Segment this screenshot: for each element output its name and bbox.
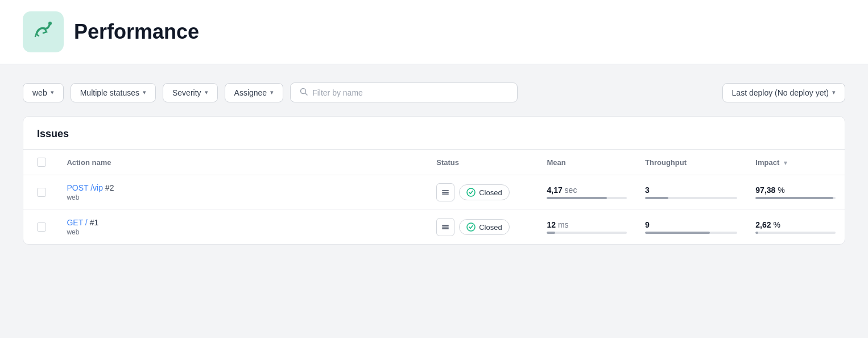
row-status-cell: Closed: [427, 210, 538, 245]
throughput-value: 3: [645, 186, 650, 195]
row-throughput-cell: 9: [636, 210, 746, 245]
status-extra-icon[interactable]: [436, 183, 454, 201]
row-impact-cell: 2,62 %: [746, 210, 845, 245]
row-checkbox-cell: [23, 175, 57, 210]
impact-value: 97,38: [755, 186, 775, 195]
mean-unit: ms: [558, 220, 569, 229]
mean-progress-bar: [547, 232, 627, 234]
action-name-link[interactable]: POST /vip: [67, 183, 103, 192]
app-header: Performance: [0, 0, 868, 64]
header-action-name: Action name: [57, 150, 427, 175]
row-action-name-cell: GET / #1 web: [57, 210, 427, 245]
svg-line-2: [305, 93, 308, 96]
issue-env: web: [67, 193, 418, 201]
mean-value: 12: [547, 220, 556, 229]
table-title: Issues: [37, 128, 831, 140]
severity-filter-chevron-icon: ▾: [205, 89, 208, 96]
filters-row: web ▾ Multiple statuses ▾ Severity ▾ Ass…: [23, 83, 845, 102]
svg-point-10: [467, 223, 475, 231]
action-name-link[interactable]: GET /: [67, 218, 87, 227]
logo-icon: [32, 18, 55, 46]
deploy-filter-chevron-icon: ▾: [832, 89, 836, 96]
impact-value: 2,62: [755, 220, 771, 229]
table-header-section: Issues: [23, 117, 845, 150]
throughput-progress-bar: [645, 197, 737, 199]
mean-progress-bar: [547, 197, 627, 199]
status-badge[interactable]: Closed: [459, 184, 509, 200]
impact-progress-fill: [755, 197, 833, 199]
issue-env: web: [67, 228, 418, 236]
assignee-filter-label: Assignee: [234, 88, 267, 97]
status-label: Closed: [479, 188, 502, 197]
status-filter-button[interactable]: Multiple statuses ▾: [71, 83, 156, 102]
throughput-progress-fill: [645, 197, 668, 199]
app-logo: [23, 11, 64, 52]
status-extra-icon[interactable]: [436, 218, 454, 236]
svg-point-0: [48, 22, 52, 25]
assignee-filter-chevron-icon: ▾: [270, 89, 274, 96]
throughput-progress-bar: [645, 232, 737, 234]
severity-filter-button[interactable]: Severity ▾: [163, 83, 218, 102]
severity-filter-label: Severity: [172, 88, 201, 97]
row-impact-cell: 97,38 %: [746, 175, 845, 210]
header-mean: Mean: [538, 150, 636, 175]
impact-progress-fill: [755, 232, 758, 234]
select-all-checkbox[interactable]: [37, 158, 46, 167]
main-content: web ▾ Multiple statuses ▾ Severity ▾ Ass…: [0, 64, 868, 263]
header-status: Status: [427, 150, 538, 175]
svg-point-6: [467, 188, 475, 196]
row-checkbox-0[interactable]: [37, 188, 46, 197]
status-filter-label: Multiple statuses: [80, 88, 139, 97]
row-checkbox-cell: [23, 210, 57, 245]
search-input[interactable]: [312, 88, 508, 97]
page-title: Performance: [74, 20, 199, 44]
row-throughput-cell: 3: [636, 175, 746, 210]
table-header-row: Action name Status Mean Throughput Impac…: [23, 150, 845, 175]
mean-progress-fill: [547, 197, 606, 199]
header-throughput: Throughput: [636, 150, 746, 175]
search-icon: [300, 88, 308, 97]
table-row: GET / #1 web Cl: [23, 210, 845, 245]
throughput-progress-fill: [645, 232, 710, 234]
impact-pct: %: [778, 186, 784, 195]
impact-pct: %: [773, 220, 780, 229]
row-mean-cell: 12 ms: [538, 210, 636, 245]
mean-unit: sec: [565, 186, 577, 195]
header-checkbox-cell: [23, 150, 57, 175]
env-filter-label: web: [32, 88, 47, 97]
row-checkbox-1[interactable]: [37, 222, 46, 232]
table-row: POST /vip #2 web: [23, 175, 845, 210]
env-filter-button[interactable]: web ▾: [23, 83, 64, 102]
assignee-filter-button[interactable]: Assignee ▾: [225, 83, 284, 102]
impact-progress-bar: [755, 197, 836, 199]
throughput-value: 9: [645, 220, 650, 229]
status-badge[interactable]: Closed: [459, 219, 509, 235]
status-icons: Closed: [436, 183, 528, 201]
mean-progress-fill: [547, 232, 555, 234]
status-filter-chevron-icon: ▾: [143, 89, 146, 96]
env-filter-chevron-icon: ▾: [51, 89, 54, 96]
mean-value: 4,17: [547, 186, 562, 195]
issue-number: #1: [90, 218, 99, 227]
search-box: [290, 83, 518, 102]
row-mean-cell: 4,17 sec: [538, 175, 636, 210]
row-action-name-cell: POST /vip #2 web: [57, 175, 427, 210]
deploy-filter-label: Last deploy (No deploy yet): [732, 88, 829, 97]
status-label: Closed: [479, 223, 502, 232]
row-status-cell: Closed: [427, 175, 538, 210]
impact-progress-bar: [755, 232, 836, 234]
status-icons: Closed: [436, 218, 528, 236]
deploy-filter-button[interactable]: Last deploy (No deploy yet) ▾: [722, 83, 845, 102]
issue-number: #2: [105, 183, 114, 192]
impact-sort-icon: ▾: [784, 159, 787, 166]
issues-table-card: Issues Action name Status Mean Throughpu…: [23, 116, 845, 245]
header-impact[interactable]: Impact ▾: [746, 150, 845, 175]
issues-table: Action name Status Mean Throughput Impac…: [23, 150, 845, 244]
